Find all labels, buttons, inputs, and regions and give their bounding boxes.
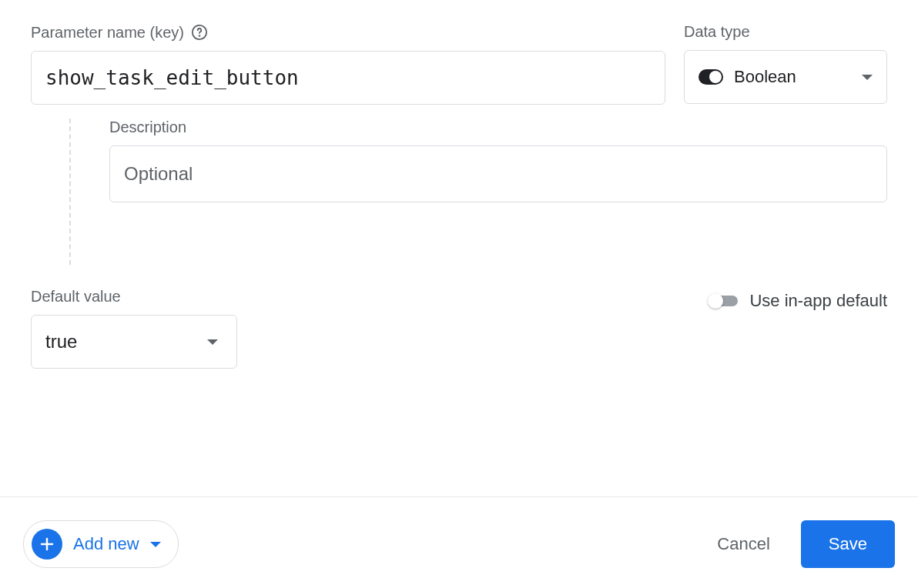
cancel-button[interactable]: Cancel [717,534,769,554]
chevron-down-icon [150,542,161,547]
in-app-default-label: Use in-app default [749,291,887,311]
help-icon[interactable] [190,23,209,42]
data-type-label: Data type [684,23,887,41]
boolean-type-icon [699,69,723,85]
chevron-down-icon [207,339,218,345]
default-value-select[interactable]: true [31,315,237,369]
description-label: Description [109,119,887,136]
indent-line [69,119,71,265]
parameter-name-label-text: Parameter name (key) [31,24,184,42]
add-new-label: Add new [73,534,139,554]
add-new-button[interactable]: Add new [23,520,179,568]
chevron-down-icon [862,75,873,80]
default-value-label: Default value [31,288,237,306]
save-button[interactable]: Save [801,520,895,568]
data-type-select[interactable]: Boolean [684,50,887,104]
default-value-text: true [45,331,77,352]
in-app-default-toggle[interactable] [708,292,739,310]
svg-point-1 [199,35,200,36]
parameter-name-input[interactable] [31,51,665,105]
plus-icon [32,529,62,560]
data-type-value: Boolean [734,67,851,87]
description-input[interactable] [109,145,887,202]
parameter-name-label: Parameter name (key) [31,23,665,42]
